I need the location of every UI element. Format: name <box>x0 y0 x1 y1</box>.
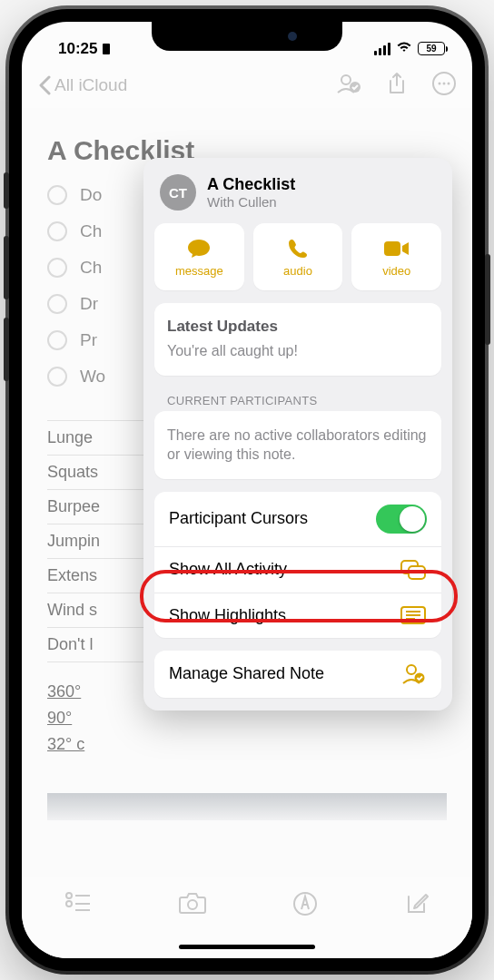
audio-label: audio <box>283 264 312 278</box>
svg-point-18 <box>66 901 72 906</box>
manage-shared-note-label: Manage Shared Note <box>169 664 324 683</box>
svg-point-15 <box>415 672 425 682</box>
status-time: 10:25 <box>58 40 97 58</box>
svg-rect-7 <box>384 241 400 256</box>
show-highlights-row[interactable]: Show Highlights <box>154 593 441 638</box>
svg-point-1 <box>341 75 351 84</box>
camera-icon[interactable] <box>178 891 207 918</box>
show-highlights-label: Show Highlights <box>169 606 286 625</box>
cursors-toggle[interactable] <box>376 505 427 534</box>
checklist-icon[interactable] <box>64 891 92 916</box>
updates-heading: Latest Updates <box>167 318 429 336</box>
message-button[interactable]: message <box>154 223 244 290</box>
audio-button[interactable]: audio <box>253 223 343 290</box>
message-icon <box>186 237 212 260</box>
navigation-bar: All iCloud <box>22 63 472 108</box>
sheet-subtitle: With Cullen <box>207 194 295 210</box>
svg-point-16 <box>66 893 72 898</box>
video-button[interactable]: video <box>351 223 441 290</box>
svg-point-21 <box>188 900 197 909</box>
compose-icon[interactable] <box>404 891 430 920</box>
svg-rect-9 <box>409 566 425 579</box>
video-label: video <box>382 264 410 278</box>
back-label: All iCloud <box>54 75 127 95</box>
back-button[interactable]: All iCloud <box>38 75 336 95</box>
activity-icon <box>400 560 427 580</box>
avatar: CT <box>160 174 196 211</box>
latest-updates-card: Latest Updates You're all caught up! <box>154 303 441 376</box>
home-indicator[interactable] <box>179 945 315 949</box>
updates-body: You're all caught up! <box>167 341 429 361</box>
video-icon <box>383 237 410 260</box>
chevron-left-icon <box>38 75 51 95</box>
cellular-signal-icon <box>374 43 390 55</box>
message-label: message <box>175 264 223 278</box>
highlights-icon <box>400 606 427 624</box>
participants-body: There are no active collaborators editin… <box>167 426 429 465</box>
svg-rect-0 <box>103 44 110 54</box>
options-menu: Participant Cursors Show All Activity Sh… <box>154 492 441 638</box>
participant-cursors-row[interactable]: Participant Cursors <box>154 492 441 546</box>
participants-card: There are no active collaborators editin… <box>154 411 441 479</box>
sheet-title: A Checklist <box>207 175 295 194</box>
phone-icon <box>287 237 309 260</box>
collaborate-icon[interactable] <box>336 73 361 99</box>
svg-point-5 <box>443 82 446 84</box>
svg-point-6 <box>448 82 450 84</box>
manage-menu: Manage Shared Note <box>154 651 441 698</box>
manage-shared-note-row[interactable]: Manage Shared Note <box>154 651 441 698</box>
share-icon[interactable] <box>387 72 407 100</box>
participants-label: CURRENT PARTICIPANTS <box>167 394 438 407</box>
collaboration-sheet: CT A Checklist With Cullen message <box>143 158 452 710</box>
svg-point-14 <box>407 665 416 674</box>
manage-icon <box>400 663 427 685</box>
battery-indicator: 59 <box>418 42 445 55</box>
svg-point-4 <box>439 82 441 84</box>
wifi-icon <box>396 41 412 57</box>
location-services-icon <box>101 43 112 55</box>
show-all-activity-row[interactable]: Show All Activity <box>154 546 441 593</box>
markup-icon[interactable] <box>292 891 318 920</box>
more-icon[interactable] <box>432 72 456 100</box>
participant-cursors-label: Participant Cursors <box>169 509 308 528</box>
show-all-activity-label: Show All Activity <box>169 560 287 579</box>
